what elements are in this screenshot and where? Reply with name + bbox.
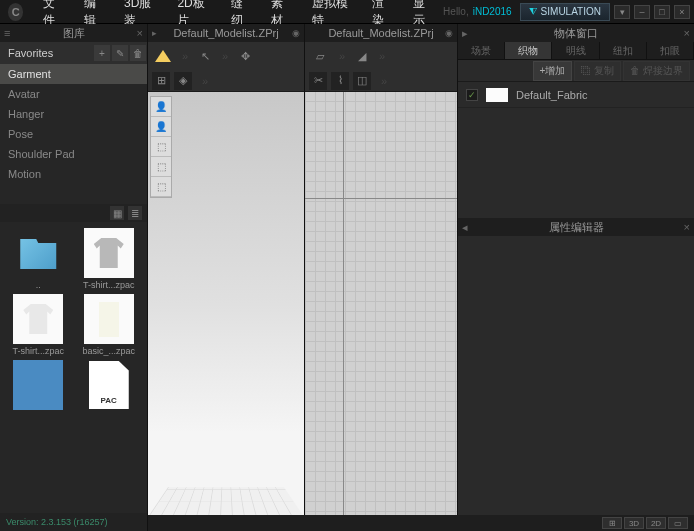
category-avatar[interactable]: Avatar [0,84,147,104]
viewport-3d: ▸ Default_Modelist.ZPrj ◉ » ↖ » ✥ ⊞ ◈ » … [148,24,305,531]
avatar-toolstrip: 👤 👤 ⬚ ⬚ ⬚ [150,96,172,198]
trace-tool[interactable]: ◫ [353,72,371,90]
viewport-3d-header: ▸ Default_Modelist.ZPrj ◉ [148,24,304,42]
viewport-2d-header: Default_Modelist.ZPrj ◉ [305,24,457,42]
hello-text: Hello, [443,6,469,17]
tshirt-icon [94,238,124,268]
tab-scene[interactable]: 场景 [458,42,505,59]
panel-close-icon[interactable]: × [684,221,690,233]
simulate-tool[interactable] [152,45,174,67]
tshirt-icon [23,304,53,334]
delete-fabric-button[interactable]: 🗑 焊接边界 [623,61,690,81]
arrange-tool[interactable]: ⊞ [152,72,170,90]
thumb-label: T-shirt...zpac [12,346,64,356]
thumb-tshirt-2[interactable]: T-shirt...zpac [6,294,71,356]
viewport-2d-toolbar-2: ✂ ⌇ ◫ » [305,70,457,92]
simulation-button[interactable]: ⧨ SIMULATION [520,3,610,21]
tool-more[interactable]: » [196,72,214,90]
add-favorite-button[interactable]: + [94,45,110,61]
tool-sep: » [176,47,194,65]
tab-buttonhole[interactable]: 扣眼 [647,42,694,59]
pattern-select-tool[interactable]: ▱ [309,45,331,67]
avatar-slot-3[interactable]: ⬚ [151,137,171,157]
move-tool[interactable]: ✥ [236,47,254,65]
category-motion[interactable]: Motion [0,164,147,184]
edit-pattern-tool[interactable]: ◢ [353,47,371,65]
close-button[interactable]: × [674,5,690,19]
edit-favorite-button[interactable]: ✎ [112,45,128,61]
menu-bar: C 文件 编辑 3D服装 2D板片 缝纫 素材 虚拟模特 渲染 显示 Hello… [0,0,694,24]
tab-button[interactable]: 纽扣 [600,42,647,59]
right-panel: ▸ 物体窗口 × 场景 织物 明线 纽扣 扣眼 +增加 ⿻ 复制 🗑 焊接边界 … [458,24,694,531]
status-2d[interactable]: 2D [646,517,666,529]
tool-sep: » [373,47,391,65]
favorites-row: Favorites + ✎ 🗑 [0,42,147,64]
pin-icon[interactable]: ◉ [445,28,453,38]
viewport-3d-toolbar-1: » ↖ » ✥ [148,42,304,70]
panel-close-icon[interactable]: × [684,27,690,39]
thumb-pac-file[interactable]: PAC [77,360,142,412]
delete-favorite-button[interactable]: 🗑 [130,45,146,61]
fabric-list-item[interactable]: ✓ Default_Fabric [458,82,694,108]
simulation-label: SIMULATION [541,6,601,17]
fabric-swatch-icon [13,360,63,410]
seam-tool[interactable]: ⌇ [331,72,349,90]
panel-arrow-icon[interactable]: ▸ [152,28,157,38]
thumb-label: basic_...zpac [82,346,135,356]
select-tool[interactable]: ↖ [196,47,214,65]
object-panel-title: 物体窗口 [554,26,598,41]
object-toolbar: +增加 ⿻ 复制 🗑 焊接边界 [458,60,694,82]
tab-topstitch[interactable]: 明线 [552,42,599,59]
copy-fabric-button[interactable]: ⿻ 复制 [574,61,621,81]
thumb-tshirt-1[interactable]: T-shirt...zpac [77,228,142,290]
collapse-icon[interactable]: ≡ [4,27,10,39]
folder-icon [18,233,58,273]
thumb-folder-up[interactable]: .. [6,228,71,290]
avatar-slot-1[interactable]: 👤 [151,97,171,117]
avatar-slot-5[interactable]: ⬚ [151,177,171,197]
sewing-tool[interactable]: ✂ [309,72,327,90]
status-3d[interactable]: 3D [624,517,644,529]
app-logo-icon[interactable]: C [8,3,23,21]
library-panel: ≡ 图库 × Favorites + ✎ 🗑 Garment Avatar Ha… [0,24,148,531]
fabric-checkbox[interactable]: ✓ [466,89,478,101]
viewport-2d-title: Default_Modelist.ZPrj [328,27,433,39]
thumb-pants[interactable]: basic_...zpac [77,294,142,356]
dropdown-button[interactable]: ▾ [614,5,630,19]
add-fabric-button[interactable]: +增加 [533,61,573,81]
viewport-3d-canvas[interactable]: 👤 👤 ⬚ ⬚ ⬚ [148,92,304,517]
list-view-button[interactable]: ≣ [128,206,142,220]
viewport-2d: Default_Modelist.ZPrj ◉ ▱ » ◢ » ✂ ⌇ ◫ » [305,24,458,531]
category-hanger[interactable]: Hanger [0,104,147,124]
category-list: Garment Avatar Hanger Pose Shoulder Pad … [0,64,147,184]
tool-more[interactable]: » [375,72,393,90]
thumb-fabric[interactable] [6,360,71,412]
tab-fabric[interactable]: 织物 [505,42,552,59]
viewport-2d-canvas[interactable] [305,92,457,517]
property-editor-header: ◂ 属性编辑器 × [458,218,694,236]
status-layout-2[interactable]: ▭ [668,517,688,529]
pin-icon[interactable]: ◉ [292,28,300,38]
status-layout-1[interactable]: ⊞ [602,517,622,529]
property-editor-title: 属性编辑器 [549,220,604,235]
avatar-slot-4[interactable]: ⬚ [151,157,171,177]
collapse-icon[interactable]: ◂ [462,221,468,234]
minimize-button[interactable]: – [634,5,650,19]
username-text[interactable]: iND2016 [473,6,512,17]
maximize-button[interactable]: □ [654,5,670,19]
category-pose[interactable]: Pose [0,124,147,144]
favorites-label: Favorites [0,47,93,59]
category-shoulderpad[interactable]: Shoulder Pad [0,144,147,164]
library-toolbar: ▦ ≣ [0,204,147,222]
thumb-view-button[interactable]: ▦ [110,206,124,220]
category-garment[interactable]: Garment [0,64,147,84]
fold-tool[interactable]: ◈ [174,72,192,90]
viewport-3d-title: Default_Modelist.ZPrj [173,27,278,39]
tool-sep: » [216,47,234,65]
panel-close-icon[interactable]: × [137,27,143,39]
property-editor-body [458,346,694,531]
version-text: Version: 2.3.153 (r16257) [0,513,147,531]
collapse-icon[interactable]: ▸ [462,27,468,40]
fabric-swatch[interactable] [486,88,508,102]
avatar-slot-2[interactable]: 👤 [151,117,171,137]
